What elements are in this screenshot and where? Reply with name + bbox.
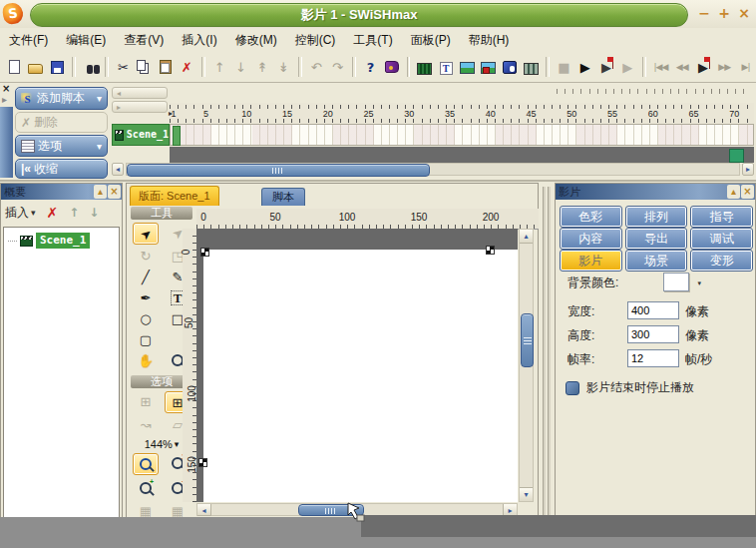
collapse-button[interactable]: |« 收缩 <box>15 159 108 179</box>
frame-1-keyframe[interactable] <box>173 126 181 146</box>
timeline-scene-row-label[interactable]: Scene_1 <box>112 124 170 146</box>
script-options-button[interactable]: 选项 ▾ <box>15 135 108 157</box>
step-forward-icon[interactable]: ▶▶ <box>715 56 734 78</box>
menu-item-5[interactable]: 控制(C) <box>286 29 345 52</box>
smooth-curve-tool[interactable]: ↝ <box>133 414 159 434</box>
timeline-scroll-thumb[interactable] <box>127 164 430 177</box>
close-button[interactable]: × <box>735 4 753 22</box>
tab-layout[interactable]: 版面: Scene_1 <box>130 186 219 206</box>
canvas-handle[interactable] <box>486 246 495 255</box>
menu-item-1[interactable]: 编辑(E) <box>57 29 115 52</box>
redo-icon[interactable]: ↷ <box>328 56 347 78</box>
prev-effect-button[interactable]: ◂ <box>112 87 168 99</box>
timeline-close-icon[interactable]: × <box>2 84 10 94</box>
panel-export-button[interactable]: 导出 <box>626 229 687 249</box>
chevron-down-icon[interactable]: ▾ <box>697 280 701 287</box>
zoom-in-tool[interactable]: + <box>133 478 159 498</box>
find-icon[interactable] <box>81 56 100 78</box>
timeline-scroll-right-button[interactable]: ▸ <box>742 163 754 176</box>
menu-item-8[interactable]: 帮助(H) <box>460 29 519 52</box>
open-file-icon[interactable] <box>26 56 45 78</box>
ellipse-tool[interactable]: ○ <box>133 308 159 328</box>
maximize-button[interactable]: + <box>715 4 733 22</box>
scroll-up-button[interactable]: ▴ <box>520 230 533 244</box>
delete-item-button[interactable]: ✗ <box>47 206 59 220</box>
insert-image-icon[interactable] <box>458 56 477 78</box>
bring-forward-icon[interactable]: ↑ <box>210 56 229 78</box>
go-to-end-icon[interactable]: ▶| <box>736 56 755 78</box>
paste-icon[interactable] <box>156 56 175 78</box>
panel-transform-button[interactable]: 变形 <box>691 251 752 271</box>
timeline-scrollbar[interactable] <box>126 163 740 176</box>
panel-content-button[interactable]: 内容 <box>561 229 621 249</box>
move-down-button[interactable]: ↓ <box>89 207 99 219</box>
play-movie-icon[interactable]: ▶ <box>575 56 594 78</box>
tree-item-scene[interactable]: Scene_1 <box>8 233 119 249</box>
context-help-icon[interactable]: ? <box>361 56 380 78</box>
tab-script[interactable]: 脚本 <box>261 188 305 206</box>
panel-align-button[interactable]: 排列 <box>626 207 687 227</box>
width-input[interactable] <box>627 301 679 319</box>
new-document-icon[interactable] <box>5 56 24 78</box>
delete-script-button[interactable]: ✗ 删除 <box>15 112 108 133</box>
guide-book-icon[interactable] <box>382 56 401 78</box>
vscroll-thumb[interactable] <box>521 313 534 367</box>
menu-item-2[interactable]: 查看(V) <box>115 29 173 52</box>
zoom-window-tool[interactable] <box>133 453 159 475</box>
chevron-down-icon[interactable]: ▾ <box>31 208 36 218</box>
send-backward-icon[interactable]: ↓ <box>231 56 250 78</box>
canvas-handle[interactable] <box>198 458 207 467</box>
insert-button-icon[interactable] <box>479 56 498 78</box>
canvas-viewport[interactable] <box>196 229 518 502</box>
fill-transform-tool[interactable]: ↻ <box>133 246 159 266</box>
panel-color-button[interactable]: 色彩 <box>561 207 621 227</box>
delete-icon[interactable]: ✗ <box>178 56 196 78</box>
panel-minimize-button[interactable]: ▴ <box>727 185 740 199</box>
stop-effects-icon[interactable]: ▶ <box>618 56 637 78</box>
framerate-input[interactable] <box>627 349 679 367</box>
background-color-swatch[interactable] <box>663 273 689 291</box>
move-up-button[interactable]: ↑ <box>69 207 79 219</box>
play-effects-icon[interactable]: ▶ <box>596 56 615 78</box>
rounded-rect-tool[interactable]: ▢ <box>133 329 159 349</box>
insert-effect-icon[interactable] <box>522 56 541 78</box>
menu-item-7[interactable]: 面板(P) <box>402 29 460 52</box>
bezier-pen-tool[interactable]: ✒ <box>133 287 159 307</box>
panel-scene-button[interactable]: 场景 <box>626 251 687 271</box>
stop-at-end-checkbox[interactable] <box>566 381 579 395</box>
panel-guide-button[interactable]: 指导 <box>691 207 752 227</box>
timeline-frames[interactable] <box>170 124 754 146</box>
timeline-docked-titlebar[interactable] <box>0 107 13 178</box>
snap-to-grid-tool[interactable]: ⊞ <box>133 391 159 411</box>
bring-to-front-icon[interactable]: ↟ <box>252 56 271 78</box>
panel-movie-button[interactable]: 影片 <box>561 251 621 271</box>
panel-minimize-button[interactable]: ▴ <box>94 185 107 199</box>
panel-splitter[interactable] <box>539 183 555 519</box>
next-effect-button[interactable]: ▸ <box>112 101 168 113</box>
timeline-scroll-left-button[interactable]: ◂ <box>112 163 124 176</box>
insert-text-icon[interactable]: T <box>437 56 456 78</box>
insert-scene-icon[interactable] <box>415 56 434 78</box>
line-tool[interactable]: ╱ <box>133 267 159 286</box>
panel-debug-button[interactable]: 调试 <box>691 229 752 249</box>
menu-item-3[interactable]: 插入(I) <box>173 29 225 52</box>
step-back-icon[interactable]: ◀◀ <box>672 56 691 78</box>
insert-menu-button[interactable]: 插入 <box>5 205 29 222</box>
timeline-collapse-arrow-icon[interactable]: ▸ <box>2 95 7 105</box>
save-icon[interactable] <box>48 56 67 78</box>
height-input[interactable] <box>627 325 679 343</box>
go-to-start-icon[interactable]: |◀◀ <box>651 56 670 78</box>
play-frame-icon[interactable]: ▶ <box>693 56 712 78</box>
canvas-handle[interactable] <box>200 248 209 257</box>
cut-icon[interactable]: ✂ <box>114 56 133 78</box>
stop-icon[interactable]: ■ <box>555 56 573 78</box>
menu-item-6[interactable]: 工具(T) <box>344 29 401 52</box>
canvas-vertical-scrollbar[interactable]: ▴ ▾ <box>519 229 534 502</box>
menu-item-4[interactable]: 修改(M) <box>226 29 286 52</box>
copy-icon[interactable] <box>135 56 154 78</box>
send-to-back-icon[interactable]: ↡ <box>274 56 293 78</box>
timeline-ruler[interactable]: ▸ 1510152025303540455055606570 <box>170 103 754 125</box>
select-tool[interactable]: ➤ <box>133 223 159 245</box>
scroll-down-button[interactable]: ▾ <box>520 487 533 501</box>
movie-canvas[interactable] <box>203 250 518 502</box>
